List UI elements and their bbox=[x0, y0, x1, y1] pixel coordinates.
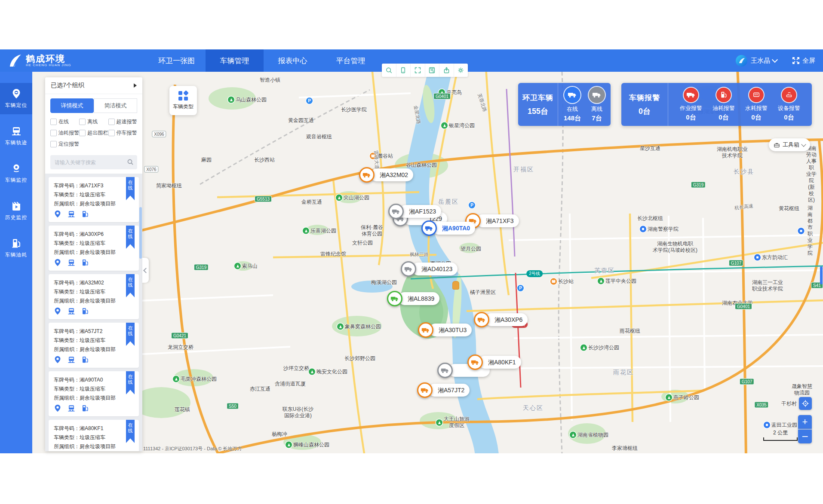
alarm-stat: 作业报警 0台 bbox=[680, 88, 702, 122]
locate-vehicle-icon[interactable] bbox=[54, 210, 61, 218]
expand-map-icon[interactable] bbox=[410, 64, 425, 77]
marker-plate-label: 湘A30XP6 bbox=[485, 313, 528, 326]
marker-truck-icon bbox=[474, 312, 489, 327]
user-avatar[interactable] bbox=[736, 55, 747, 67]
zoom-search-icon[interactable] bbox=[382, 64, 396, 77]
vehicle-org: 所属组织：厨余垃圾项目部 bbox=[54, 394, 134, 403]
tab-detail-mode[interactable]: 详情模式 bbox=[50, 98, 94, 113]
status-filters: 在线 离线 超速报警 油耗报警 超出围栏 停车报警 定位报警 bbox=[45, 114, 142, 153]
vehicle-plate: 车牌号码：湘A32M02 bbox=[54, 278, 134, 287]
app-window: 鹤成环境 HE CHENG HUAN JING 环卫一张图 车辆管理 报表中心 … bbox=[0, 0, 823, 504]
username[interactable]: 王水晶 bbox=[751, 57, 770, 65]
fuel-vehicle-icon[interactable] bbox=[81, 259, 89, 266]
sidebar-item-vehicle-monitor[interactable]: 车辆监控 bbox=[0, 158, 32, 189]
vehicle-org: 所属组织：厨余垃圾项目部 bbox=[54, 199, 134, 208]
toolbox-icon bbox=[774, 142, 780, 148]
track-vehicle-icon[interactable] bbox=[68, 404, 75, 412]
zoom-in-button[interactable]: + bbox=[798, 415, 812, 429]
vehicle-type-grid-icon bbox=[178, 91, 188, 101]
filter-location-alarm[interactable]: 定位报警 bbox=[50, 141, 86, 148]
filter-offline[interactable]: 离线 bbox=[79, 118, 108, 125]
vehicle-monitor-camera-icon bbox=[11, 163, 21, 174]
vehicle-plate: 车牌号码：湘A71XF3 bbox=[54, 181, 134, 190]
track-vehicle-icon[interactable] bbox=[68, 307, 75, 315]
filter-parking-alarm[interactable]: 停车报警 bbox=[108, 129, 137, 137]
alarm-label: 水耗报警 bbox=[745, 104, 768, 112]
alarm-stat: 油耗报警 0台 bbox=[712, 88, 735, 122]
vehicle-type: 车辆类型：垃圾压缩车 bbox=[54, 239, 134, 248]
nav-tab-report-center[interactable]: 报表中心 bbox=[264, 49, 322, 72]
alarm-stat: 设备报警 0台 bbox=[778, 88, 800, 122]
nav-tab-platform-management[interactable]: 平台管理 bbox=[322, 49, 380, 72]
vehicle-plate: 车牌号码：湘A57JT2 bbox=[54, 327, 134, 336]
alarm-label: 油耗报警 bbox=[712, 104, 735, 112]
fuel-vehicle-icon[interactable] bbox=[81, 307, 89, 315]
track-vehicle-icon[interactable] bbox=[68, 210, 75, 218]
panel-collapse-handle[interactable] bbox=[142, 258, 149, 283]
fuel-pump-icon bbox=[11, 238, 21, 248]
marker-plate-label: 湘AD40123 bbox=[412, 263, 458, 275]
vehicle-card[interactable]: 在线 车牌号码：湘A80KF1 车辆类型：垃圾压缩车 所属组织：厨余垃圾项目部 bbox=[49, 420, 139, 451]
mobile-view-icon[interactable] bbox=[396, 64, 411, 77]
settings-gear-icon[interactable] bbox=[454, 64, 468, 77]
vehicle-card[interactable]: 在线 车牌号码：湘A71XF3 车辆类型：垃圾压缩车 所属组织：厨余垃圾项目部 bbox=[49, 177, 139, 222]
locate-vehicle-icon[interactable] bbox=[54, 404, 61, 412]
marker-truck-icon bbox=[401, 261, 416, 277]
vehicle-card[interactable]: 在线 车牌号码：湘A32M02 车辆类型：垃圾压缩车 所属组织：厨余垃圾项目部 bbox=[49, 274, 139, 319]
fuel-vehicle-icon[interactable] bbox=[81, 356, 89, 363]
zoom-out-button[interactable]: − bbox=[798, 429, 812, 443]
vehicle-card[interactable]: 在线 车牌号码：湘A30XP6 车辆类型：垃圾压缩车 所属组织：厨余垃圾项目部 bbox=[49, 226, 139, 271]
fuel-vehicle-icon[interactable] bbox=[81, 210, 89, 218]
filter-online[interactable]: 在线 bbox=[50, 118, 79, 125]
sidebar-item-vehicle-location[interactable]: 车辆定位 bbox=[0, 83, 32, 114]
marker-truck-icon bbox=[387, 291, 402, 306]
locate-vehicle-icon[interactable] bbox=[54, 259, 61, 266]
filter-fuel-alarm[interactable]: 油耗报警 bbox=[50, 129, 79, 137]
fullscreen-label: 全屏 bbox=[802, 57, 815, 65]
checkbox-icon bbox=[50, 141, 57, 147]
locate-vehicle-icon[interactable] bbox=[54, 307, 61, 315]
checkbox-icon bbox=[79, 119, 86, 125]
panel-scrollbar[interactable] bbox=[139, 207, 142, 259]
sidebar-item-vehicle-track[interactable]: 车辆轨迹 bbox=[0, 120, 32, 152]
fuel-vehicle-icon[interactable] bbox=[81, 404, 89, 412]
locate-target-icon bbox=[802, 400, 809, 407]
user-dropdown-chevron-icon[interactable] bbox=[772, 57, 778, 63]
fleet-total-label: 环卫车辆 bbox=[522, 93, 553, 103]
keyword-search-input[interactable] bbox=[50, 155, 137, 169]
vehicle-alarm-value: 0台 bbox=[639, 106, 651, 116]
map-marker-layer: 湘A32M02 1229 湘AF1523 湘A71XF3 湘AD40123 湘A… bbox=[32, 72, 823, 453]
sidebar-item-history-monitor[interactable]: 历史监控 bbox=[0, 195, 32, 226]
scale-label: 2 公里 bbox=[763, 429, 798, 437]
vehicle-card[interactable]: 在线 车牌号码：湘A57JT2 车辆类型：垃圾压缩车 所属组织：厨余垃圾项目部 bbox=[49, 323, 139, 368]
locate-vehicle-icon[interactable] bbox=[54, 356, 61, 363]
filter-out-of-fence[interactable]: 超出围栏 bbox=[79, 129, 108, 137]
org-expand-arrow-icon[interactable] bbox=[134, 83, 137, 88]
filter-overspeed-alarm[interactable]: 超速报警 bbox=[108, 118, 137, 125]
online-stat: 在线 148台 bbox=[564, 87, 581, 122]
track-vehicle-icon[interactable] bbox=[68, 356, 75, 363]
marker-truck-icon bbox=[388, 204, 404, 219]
search-icon[interactable] bbox=[127, 159, 134, 165]
alarm-stat: 水耗报警 0台 bbox=[745, 88, 768, 122]
track-vehicle-icon[interactable] bbox=[68, 259, 75, 266]
fullscreen-icon bbox=[792, 56, 800, 65]
locate-button[interactable] bbox=[799, 397, 812, 410]
toolbox-chevron-icon bbox=[801, 142, 806, 147]
checkbox-icon bbox=[50, 119, 57, 125]
sidebar-item-vehicle-fuel[interactable]: 车辆油耗 bbox=[0, 232, 32, 264]
page-scrollbar[interactable] bbox=[820, 266, 823, 284]
toolbox-button[interactable]: 工具箱 bbox=[769, 138, 810, 151]
nav-tab-vehicle-management[interactable]: 车辆管理 bbox=[206, 49, 264, 72]
vehicle-card[interactable]: 在线 车牌号码：湘A90TA0 车辆类型：垃圾压缩车 所属组织：厨余垃圾项目部 bbox=[49, 371, 139, 416]
vehicle-org: 所属组织：厨余垃圾项目部 bbox=[54, 248, 134, 257]
fullscreen-button[interactable]: 全屏 bbox=[792, 56, 815, 65]
save-icon[interactable] bbox=[425, 64, 439, 77]
nav-tab-overview[interactable]: 环卫一张图 bbox=[147, 49, 206, 72]
vehicle-type-button[interactable]: 车辆类型 bbox=[169, 86, 197, 115]
export-icon[interactable] bbox=[439, 64, 454, 77]
tab-simple-mode[interactable]: 简洁模式 bbox=[94, 98, 137, 113]
alarm-label: 作业报警 bbox=[680, 104, 702, 112]
map-canvas[interactable]: 智造小镇乌山森林公园黄金园互通长沙医学院观音岩枢纽麻园长沙西站简家坳枢纽金桥互通… bbox=[32, 72, 823, 453]
online-truck-icon bbox=[564, 87, 580, 103]
